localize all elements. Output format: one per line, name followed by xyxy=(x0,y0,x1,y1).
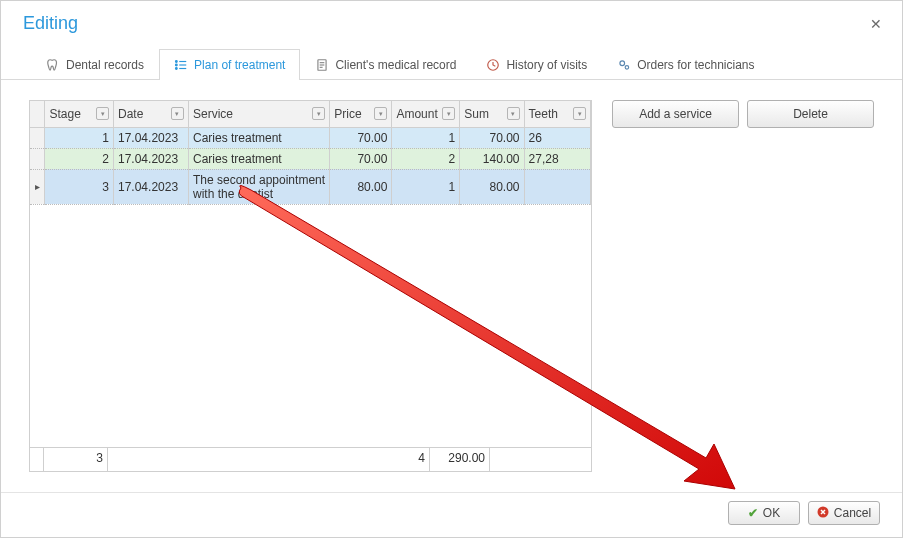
cell-amount[interactable]: 2 xyxy=(392,148,460,169)
doc-icon xyxy=(315,58,329,72)
table-row[interactable]: 117.04.2023Caries treatment70.00170.0026 xyxy=(30,127,591,148)
cell-service[interactable]: Caries treatment xyxy=(188,127,329,148)
filter-icon[interactable]: ▾ xyxy=(374,107,387,120)
dialog-title: Editing xyxy=(23,13,78,34)
list-icon xyxy=(174,58,188,72)
footer-teeth xyxy=(490,448,552,471)
cell-date[interactable]: 17.04.2023 xyxy=(114,148,189,169)
col-header-service[interactable]: Service▾ xyxy=(188,101,329,127)
footer-stage-total: 3 xyxy=(44,448,108,471)
table-row[interactable]: 217.04.2023Caries treatment70.002140.002… xyxy=(30,148,591,169)
col-header-amount[interactable]: Amount▾ xyxy=(392,101,460,127)
tab-label: Client's medical record xyxy=(335,58,456,72)
row-indicator xyxy=(30,148,45,169)
close-icon[interactable]: ✕ xyxy=(866,16,886,32)
cancel-button[interactable]: Cancel xyxy=(808,501,880,525)
content-area: Stage▾ Date▾ Service▾ Price▾ Amount▾ Sum… xyxy=(1,80,902,492)
svg-point-12 xyxy=(625,66,629,70)
treatment-grid: Stage▾ Date▾ Service▾ Price▾ Amount▾ Sum… xyxy=(30,101,591,205)
footer-price xyxy=(310,448,368,471)
cell-teeth[interactable] xyxy=(524,169,590,204)
col-label: Date xyxy=(118,107,143,121)
filter-icon[interactable]: ▾ xyxy=(96,107,109,120)
col-header-stage[interactable]: Stage▾ xyxy=(45,101,114,127)
cell-amount[interactable]: 1 xyxy=(392,169,460,204)
row-indicator-header xyxy=(30,101,45,127)
col-header-date[interactable]: Date▾ xyxy=(114,101,189,127)
add-service-button[interactable]: Add a service xyxy=(612,100,739,128)
tab-bar: Dental records Plan of treatment Client'… xyxy=(1,42,902,80)
ok-label: OK xyxy=(763,506,780,520)
col-header-price[interactable]: Price▾ xyxy=(330,101,392,127)
row-indicator: ▸ xyxy=(30,169,45,204)
col-label: Service xyxy=(193,107,233,121)
cell-date[interactable]: 17.04.2023 xyxy=(114,169,189,204)
cell-sum[interactable]: 80.00 xyxy=(460,169,524,204)
history-icon xyxy=(486,58,500,72)
cell-service[interactable]: The second appointment with the dentist xyxy=(188,169,329,204)
cell-stage[interactable]: 2 xyxy=(45,148,114,169)
filter-icon[interactable]: ▾ xyxy=(573,107,586,120)
grid-footer-totals: 3 4 290.00 xyxy=(30,447,591,471)
row-indicator xyxy=(30,127,45,148)
gears-icon xyxy=(617,58,631,72)
svg-point-1 xyxy=(176,64,178,66)
tab-orders-technicians[interactable]: Orders for technicians xyxy=(602,49,769,80)
svg-point-2 xyxy=(176,68,178,70)
footer-indicator xyxy=(30,448,44,471)
footer-date xyxy=(108,448,178,471)
cell-service[interactable]: Caries treatment xyxy=(188,148,329,169)
check-icon: ✔ xyxy=(748,506,758,520)
grid-container: Stage▾ Date▾ Service▾ Price▾ Amount▾ Sum… xyxy=(29,100,592,472)
tab-label: Orders for technicians xyxy=(637,58,754,72)
filter-icon[interactable]: ▾ xyxy=(442,107,455,120)
footer-amount-total: 4 xyxy=(368,448,430,471)
dialog-footer: ✔ OK Cancel xyxy=(1,492,902,537)
tab-plan-of-treatment[interactable]: Plan of treatment xyxy=(159,49,300,80)
svg-point-11 xyxy=(620,61,625,66)
tab-label: Plan of treatment xyxy=(194,58,285,72)
editing-dialog: Editing ✕ Dental records Plan of treatme… xyxy=(0,0,903,538)
svg-point-0 xyxy=(176,61,178,63)
col-header-sum[interactable]: Sum▾ xyxy=(460,101,524,127)
footer-sum-total: 290.00 xyxy=(430,448,490,471)
cell-stage[interactable]: 1 xyxy=(45,127,114,148)
cell-amount[interactable]: 1 xyxy=(392,127,460,148)
right-button-panel: Add a service Delete xyxy=(612,100,874,472)
delete-button[interactable]: Delete xyxy=(747,100,874,128)
col-header-teeth[interactable]: Teeth▾ xyxy=(524,101,590,127)
cell-date[interactable]: 17.04.2023 xyxy=(114,127,189,148)
grid-scroll[interactable]: Stage▾ Date▾ Service▾ Price▾ Amount▾ Sum… xyxy=(30,101,591,447)
cell-sum[interactable]: 140.00 xyxy=(460,148,524,169)
cancel-x-icon xyxy=(817,506,829,521)
tab-label: Dental records xyxy=(66,58,144,72)
cell-teeth[interactable]: 27,28 xyxy=(524,148,590,169)
filter-icon[interactable]: ▾ xyxy=(312,107,325,120)
filter-icon[interactable]: ▾ xyxy=(171,107,184,120)
dialog-header: Editing ✕ xyxy=(1,1,902,42)
table-row[interactable]: ▸317.04.2023The second appointment with … xyxy=(30,169,591,204)
col-label: Teeth xyxy=(529,107,558,121)
col-label: Price xyxy=(334,107,361,121)
col-label: Amount xyxy=(396,107,437,121)
filter-icon[interactable]: ▾ xyxy=(507,107,520,120)
header-row: Stage▾ Date▾ Service▾ Price▾ Amount▾ Sum… xyxy=(30,101,591,127)
cell-price[interactable]: 80.00 xyxy=(330,169,392,204)
cancel-label: Cancel xyxy=(834,506,871,520)
cell-sum[interactable]: 70.00 xyxy=(460,127,524,148)
col-label: Sum xyxy=(464,107,489,121)
cell-teeth[interactable]: 26 xyxy=(524,127,590,148)
col-label: Stage xyxy=(49,107,80,121)
tooth-icon xyxy=(46,58,60,72)
ok-button[interactable]: ✔ OK xyxy=(728,501,800,525)
footer-service xyxy=(178,448,310,471)
cell-price[interactable]: 70.00 xyxy=(330,148,392,169)
tab-label: History of visits xyxy=(506,58,587,72)
tab-dental-records[interactable]: Dental records xyxy=(31,49,159,80)
tab-history-visits[interactable]: History of visits xyxy=(471,49,602,80)
tab-medical-record[interactable]: Client's medical record xyxy=(300,49,471,80)
cell-stage[interactable]: 3 xyxy=(45,169,114,204)
cell-price[interactable]: 70.00 xyxy=(330,127,392,148)
